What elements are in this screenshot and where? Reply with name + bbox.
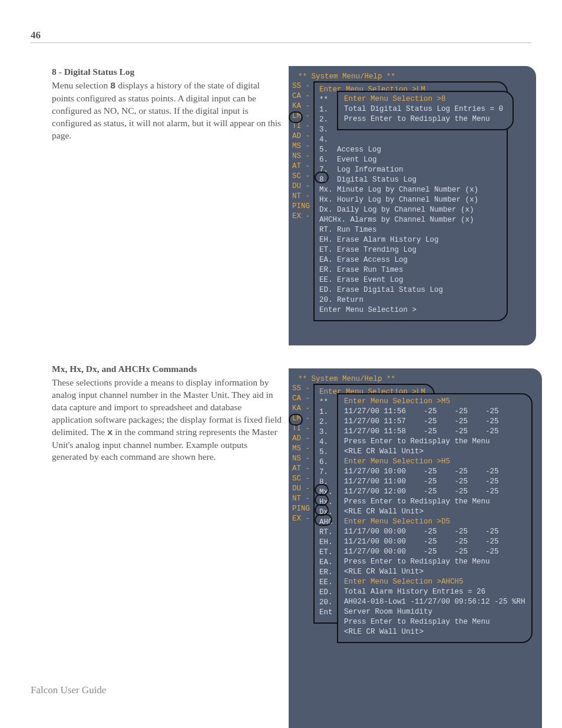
section-title: Mx, Hx, Dx, and AHCHx Commands — [52, 363, 282, 375]
callout-circle-lm — [289, 111, 303, 123]
out-row: <RLE CR Wall Unit> — [344, 567, 523, 577]
lm-row: 7. Log Information — [319, 165, 498, 175]
section-title: 8 - Digital Status Log — [52, 66, 282, 78]
callout-circle-lm — [289, 414, 303, 426]
callout-circle-8 — [315, 172, 329, 183]
lm-row: Hx. Hourly Log by Channel Number (x) — [319, 195, 498, 205]
out-row: Enter Menu Selection >H5 — [344, 457, 523, 467]
lm-row: 8. Digital Status Log — [319, 175, 498, 185]
section-digital-status-log: 8 - Digital Status Log Menu selection 8 … — [52, 66, 282, 142]
lm-row: AHCHx. Alarms by Channel Number (x) — [319, 215, 498, 225]
out-row: Press Enter to Redisplay the Menu — [344, 557, 523, 567]
out-row: Enter Menu Selection >M5 — [344, 397, 523, 407]
lm-row: 6. Event Log — [319, 155, 498, 165]
out-row: 11/27/00 00:00 -25 -25 -25 — [344, 547, 523, 557]
out-row: 11/27/00 11:57 -25 -25 -25 — [344, 417, 523, 427]
body-bold: x — [107, 427, 113, 438]
out-row: 11/17/00 00:00 -25 -25 -25 — [344, 527, 523, 537]
out-row: Press Enter to Redisplay the Menu — [344, 497, 523, 507]
side-codes: SS - CA - KA - LM - TI - AD - MS - NS - … — [292, 81, 310, 222]
out-row: 11/27/00 11:58 -25 -25 -25 — [344, 427, 523, 437]
lm-row: EH. Erase Alarm History Log — [319, 235, 498, 245]
out-row: Enter Menu Selection >AHCH5 — [344, 577, 523, 587]
lm-row: 20. Return — [319, 295, 498, 305]
sel8-prompt: Enter Menu Selection >8 — [344, 94, 504, 104]
terminal-screenshot-2: ** System Menu/Help ** SS - CA - KA - LM… — [289, 368, 542, 728]
lm-row: ED. Erase Digital Status Log — [319, 285, 498, 295]
out-row: <RLE CR Wall Unit> — [344, 627, 523, 637]
lm-row: ER. Erase Run Times — [319, 265, 498, 275]
body-pre: Menu selection — [52, 80, 110, 90]
lm-row: Dx. Daily Log by Channel Number (x) — [319, 205, 498, 215]
out-row: 11/21/00 00:00 -25 -25 -25 — [344, 537, 523, 547]
out-row: Press Enter to Redisplay the Menu — [344, 617, 523, 627]
out-row: Server Room Humidity — [344, 607, 523, 617]
section-mx-hx-dx-commands: Mx, Hx, Dx, and AHCHx Commands These sel… — [52, 363, 282, 463]
page-number: 46 — [31, 29, 41, 41]
body-bold: 8 — [110, 81, 115, 91]
out-row: AH024-018-Low1 -11/27/00 09:56:12 -25 %R… — [344, 597, 523, 607]
footer-text: Falcon User Guide — [31, 684, 106, 696]
out-row: 11/27/00 12:00 -25 -25 -25 — [344, 487, 523, 497]
section-body: These selections provide a means to disp… — [52, 377, 282, 463]
out-row: <RLE CR Wall Unit> — [344, 507, 523, 517]
callout-circle-ahc — [315, 514, 332, 526]
out-row: 11/27/00 11:56 -25 -25 -25 — [344, 407, 523, 417]
out-row: 11/27/00 10:00 -25 -25 -25 — [344, 467, 523, 477]
lm-row: ET. Erase Trending Log — [319, 245, 498, 255]
terminal-screenshot-1: ** System Menu/Help ** SS - CA - KA - LM… — [289, 66, 536, 345]
out-row: Enter Menu Selection >D5 — [344, 517, 523, 527]
lm-row: Mx. Minute Log by Channel Number (x) — [319, 185, 498, 195]
lm-row: 5. Access Log — [319, 145, 498, 155]
sel8-row: Press Enter to Redisplay the Menu — [344, 114, 504, 124]
section-body: Menu selection 8 displays a history of t… — [52, 80, 282, 142]
out-row: Press Enter to Redisplay the Menu — [344, 437, 523, 447]
lm-row: RT. Run Times — [319, 225, 498, 235]
lm-row: EA. Erase Access Log — [319, 255, 498, 265]
terminal-header: ** System Menu/Help ** — [298, 374, 533, 384]
terminal-header: ** System Menu/Help ** — [298, 72, 527, 82]
channel-output-panel: Enter Menu Selection >M5 11/27/00 11:56 … — [337, 393, 533, 643]
side-codes: SS - CA - KA - LM - TI - AD - MS - NS - … — [292, 384, 310, 524]
out-row: <RLE CR Wall Unit> — [344, 447, 523, 457]
out-row: 11/27/00 11:00 -25 -25 -25 — [344, 477, 523, 487]
out-row: Total Alarm History Entries = 26 — [344, 587, 523, 597]
lm-row: 4. — [319, 135, 498, 145]
lm-row: EE. Erase Event Log — [319, 275, 498, 285]
sel8-row: Total Digital Status Log Entries = 0 — [344, 104, 504, 114]
lm-row: Enter Menu Selection > — [319, 305, 498, 315]
selection-8-panel: Enter Menu Selection >8 Total Digital St… — [337, 91, 514, 130]
header-rule — [31, 42, 531, 43]
